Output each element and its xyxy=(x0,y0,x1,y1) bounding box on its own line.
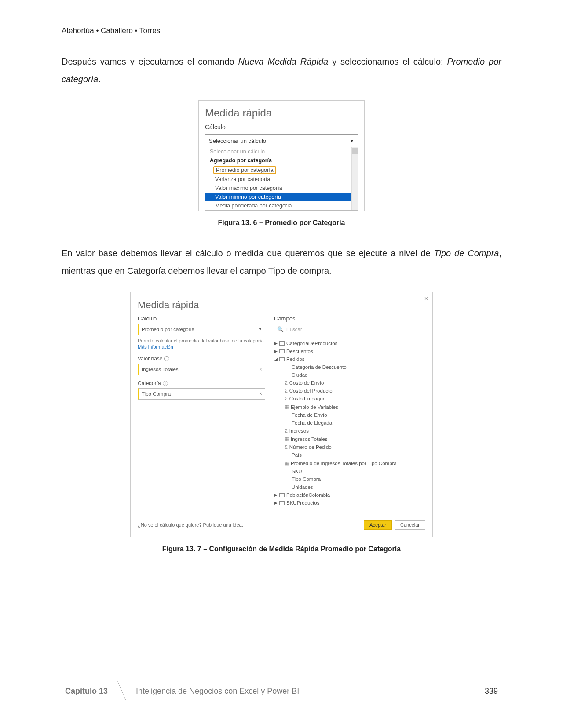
tree-field[interactable]: Fecha de Llegada xyxy=(274,419,425,427)
table-icon xyxy=(279,493,285,497)
tree-field[interactable]: Categoría de Descuento xyxy=(274,363,425,371)
chevron-right-icon: ▶ xyxy=(274,341,278,346)
scrollbar[interactable] xyxy=(351,147,358,210)
figure-caption-6: Figura 13. 6 – Promedio por Categoría xyxy=(218,219,345,227)
table-icon xyxy=(279,501,285,505)
sigma-icon: Σ xyxy=(285,396,288,401)
tree-label: Costo Empaque xyxy=(289,396,325,401)
calc-label: Cálculo xyxy=(205,124,358,131)
tree-field[interactable]: ▦Ejemplo de Variables xyxy=(274,403,425,411)
em: Tipo de Compra xyxy=(434,248,499,258)
paragraph-2: En valor base debemos llevar el cálculo … xyxy=(62,244,501,280)
clear-icon[interactable]: × xyxy=(259,391,262,397)
tree-label: PoblaciónColombia xyxy=(286,492,330,498)
chapter-label: Capítulo 13 xyxy=(62,681,117,702)
cancel-button[interactable]: Cancelar xyxy=(395,520,425,530)
tree-label: Tipo Compra xyxy=(292,477,321,482)
chevron-right-icon: ▶ xyxy=(274,501,278,505)
more-info-link[interactable]: Más información xyxy=(138,344,173,349)
right-column: Campos 🔍 Buscar ▶CategoriaDeProductos ▶D… xyxy=(274,315,425,507)
clear-icon[interactable]: × xyxy=(259,366,262,372)
tree-field[interactable]: ▦Ingresos Totales xyxy=(274,435,425,443)
tree-label: Número de Pedido xyxy=(289,444,332,450)
highlight-orange: Promedio por categoría xyxy=(213,166,276,174)
em: Nueva Medida Rápida xyxy=(238,57,329,66)
calc-value: Promedio por categoría xyxy=(142,327,194,332)
tree-table[interactable]: ◢Pedidos xyxy=(274,355,425,363)
authors: Atehortúa • Caballero • Torres xyxy=(62,26,501,35)
chevron-right-icon: ▶ xyxy=(274,493,278,497)
text: y seleccionamos el cálculo: xyxy=(328,57,447,66)
search-input[interactable]: 🔍 Buscar xyxy=(274,324,425,335)
tree-field[interactable]: ΣNúmero de Pedido xyxy=(274,443,425,451)
tree-label: SKU xyxy=(292,469,302,474)
tree-label: Ingresos Totales xyxy=(291,437,328,442)
tree-field[interactable]: ΣCosto del Producto xyxy=(274,387,425,395)
sigma-icon: Σ xyxy=(285,444,288,450)
page-number: 339 xyxy=(485,687,501,696)
tree-field[interactable]: Tipo Compra xyxy=(274,475,425,483)
tree-field[interactable]: Ciudad xyxy=(274,371,425,379)
accept-button[interactable]: Aceptar xyxy=(364,520,392,530)
chevron-down-icon: ▼ xyxy=(258,327,262,331)
dropdown-item-media[interactable]: Media ponderada por categoría xyxy=(205,201,358,210)
dropdown-item-max[interactable]: Valor máximo por categoría xyxy=(205,184,358,193)
valorbase-field[interactable]: Ingresos Totales × xyxy=(138,364,265,375)
tree-field[interactable]: ΣIngresos xyxy=(274,427,425,435)
tree-label: Unidades xyxy=(292,484,313,490)
left-column: Cálculo Promedio por categoría ▼ Permite… xyxy=(138,315,265,507)
dialog-title: Medida rápida xyxy=(138,299,425,311)
tree-field[interactable]: País xyxy=(274,451,425,459)
info-icon[interactable]: i xyxy=(163,381,168,386)
campos-label: Campos xyxy=(274,315,425,322)
tree-field[interactable]: ΣCosto de Envío xyxy=(274,379,425,387)
sigma-icon: Σ xyxy=(285,428,288,433)
dropdown-placeholder: Seleccionar un cálculo xyxy=(205,147,358,156)
close-icon[interactable]: × xyxy=(424,295,428,302)
footer-question[interactable]: ¿No ve el cálculo que quiere? Publique u… xyxy=(138,522,243,528)
tree-field[interactable]: Unidades xyxy=(274,483,425,491)
tree-table[interactable]: ▶Descuentos xyxy=(274,347,425,355)
tree-table[interactable]: ▶CategoriaDeProductos xyxy=(274,339,425,347)
quick-measure-dialog-1: Medida rápida Cálculo Seleccionar un cál… xyxy=(198,100,365,211)
table-icon xyxy=(279,341,285,346)
calc-description: Permite calcular el promedio del valor b… xyxy=(138,338,265,350)
page-footer: Capítulo 13 Inteligencia de Negocios con… xyxy=(62,681,501,702)
categoria-field[interactable]: Tipo Compra × xyxy=(138,388,265,400)
field-value: Ingresos Totales xyxy=(142,367,179,372)
dropdown-item-promedio[interactable]: Promedio por categoría xyxy=(205,165,358,175)
table-icon xyxy=(279,349,285,353)
figure-caption-7: Figura 13. 7 – Configuración de Medida R… xyxy=(162,545,401,553)
dropdown-item-min[interactable]: Valor mínimo por categoría xyxy=(205,193,358,201)
info-icon[interactable]: i xyxy=(164,356,169,361)
scroll-thumb[interactable] xyxy=(352,148,358,154)
chevron-down-icon: ◢ xyxy=(274,357,278,361)
calc-combo[interactable]: Seleccionar un cálculo ▼ xyxy=(205,134,358,147)
dialog-title: Medida rápida xyxy=(205,107,358,119)
tree-field[interactable]: Fecha de Envío xyxy=(274,411,425,419)
label-text: Valor base xyxy=(138,356,162,362)
chevron-right-icon: ▶ xyxy=(274,349,278,353)
paragraph-1: Después vamos y ejecutamos el comando Nu… xyxy=(62,53,501,88)
tree-field[interactable]: ▦Promedio de Ingresos Totales por Tipo C… xyxy=(274,459,425,467)
fields-tree: ▶CategoriaDeProductos ▶Descuentos ◢Pedid… xyxy=(274,339,425,507)
tree-field[interactable]: SKU xyxy=(274,467,425,475)
combo-text: Seleccionar un cálculo xyxy=(209,138,266,144)
field-value: Tipo Compra xyxy=(142,391,171,397)
tree-table[interactable]: ▶PoblaciónColombia xyxy=(274,491,425,499)
tree-label: Costo de Envío xyxy=(289,380,324,386)
dropdown-group: Agregado por categoría xyxy=(205,156,358,165)
search-placeholder: Buscar xyxy=(286,327,302,332)
tree-label: País xyxy=(292,452,302,458)
dropdown-item-varianza[interactable]: Varianza por categoría xyxy=(205,175,358,184)
measure-icon: ▦ xyxy=(285,460,289,466)
tree-table[interactable]: ▶SKUProductos xyxy=(274,499,425,507)
valorbase-label: Valor base i xyxy=(138,356,265,362)
text: Después vamos y ejecutamos el comando xyxy=(62,57,238,66)
tree-field[interactable]: ΣCosto Empaque xyxy=(274,395,425,403)
table-icon xyxy=(279,357,285,361)
tree-label: Ejemplo de Variables xyxy=(291,404,338,410)
calc-field[interactable]: Promedio por categoría ▼ xyxy=(138,324,265,335)
tree-label: Fecha de Llegada xyxy=(292,420,332,426)
tree-label: CategoriaDeProductos xyxy=(286,341,337,346)
